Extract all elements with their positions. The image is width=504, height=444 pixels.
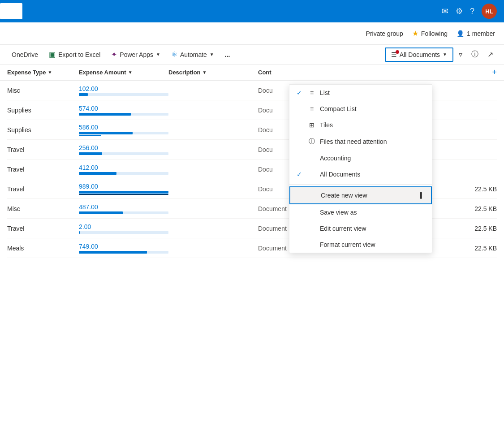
size-cell: 22.5 KB <box>474 225 497 232</box>
cont-header[interactable]: Cont <box>258 69 492 76</box>
create-new-view-label: Create new view <box>321 192 415 199</box>
following-item[interactable]: ★ Following <box>412 29 448 38</box>
size-cell: 22.5 KB <box>474 205 497 212</box>
description-header[interactable]: Description ▼ <box>168 69 258 76</box>
app-logo <box>0 3 22 19</box>
excel-icon: ▣ <box>49 50 56 59</box>
expense-amount-cell: 989.00 <box>79 183 168 195</box>
expense-type-cell: Misc <box>7 205 79 212</box>
all-docs-notification-dot <box>396 50 399 54</box>
dropdown-item-tiles[interactable]: ⊞ Tiles <box>289 117 432 133</box>
expand-icon: ↗ <box>487 50 493 59</box>
power-apps-button[interactable]: ✦ Power Apps ▼ <box>107 47 165 61</box>
automate-chevron-icon: ▼ <box>210 52 214 57</box>
members-item[interactable]: 👤 1 member <box>457 30 495 37</box>
save-view-as-label: Save view as <box>320 209 425 216</box>
expense-type-cell: Supplies <box>7 126 79 134</box>
dropdown-divider <box>289 184 432 185</box>
filter-icon: ▿ <box>459 50 462 59</box>
tiles-icon: ⊞ <box>308 121 315 129</box>
size-cell: 22.5 KB <box>474 185 497 193</box>
automate-icon: ⚛ <box>171 50 177 59</box>
add-column-button[interactable]: + <box>492 68 497 77</box>
expense-type-cell: Travel <box>7 146 79 153</box>
power-apps-label: Power Apps <box>120 51 153 58</box>
expense-amount-cell: 2.00 <box>79 223 168 234</box>
export-to-excel-button[interactable]: ▣ Export to Excel <box>44 47 105 61</box>
members-label: 1 member <box>467 30 495 37</box>
dropdown-item-list[interactable]: ✓ ≡ List <box>289 85 432 101</box>
expense-amount-cell: 412.00 <box>79 164 168 175</box>
expense-amount-cell: 749.00 <box>79 243 168 254</box>
expense-type-cell: Supplies <box>7 107 79 114</box>
dropdown-item-format-current-view[interactable]: Format current view <box>289 237 432 253</box>
filter-button[interactable]: ▿ <box>455 47 466 61</box>
info-icon: ⓘ <box>471 50 478 59</box>
compact-list-icon: ≡ <box>308 105 315 112</box>
onedrive-button[interactable]: OneDrive <box>7 48 43 61</box>
expense-amount-cell: 574.00 <box>79 105 168 116</box>
expense-type-cell: Travel <box>7 225 79 232</box>
person-icon: 👤 <box>457 30 464 37</box>
files-attention-label: Files that need attention <box>320 138 425 145</box>
expense-type-cell: Meals <box>7 245 79 252</box>
expense-amount-cell: 586.00 <box>79 124 168 136</box>
expense-type-cell: Travel <box>7 185 79 193</box>
all-documents-label: All Documents <box>320 171 425 178</box>
expense-type-cell: Travel <box>7 166 79 173</box>
sub-header: Private group ★ Following 👤 1 member <box>0 22 504 45</box>
expense-type-chevron: ▼ <box>47 70 52 75</box>
info-button[interactable]: ⓘ <box>468 47 482 62</box>
settings-icon[interactable]: ⚙ <box>456 6 463 16</box>
dropdown-item-compact-list[interactable]: ≡ Compact List <box>289 101 432 117</box>
automate-button[interactable]: ⚛ Automate ▼ <box>167 47 219 61</box>
list-icon: ≡ <box>308 89 315 96</box>
expand-button[interactable]: ↗ <box>484 47 497 61</box>
notification-icon[interactable]: ✉ <box>442 6 448 16</box>
powerapps-chevron-icon: ▼ <box>156 52 160 57</box>
check-icon: ✓ <box>297 171 304 178</box>
all-docs-chevron-icon: ▼ <box>443 52 447 57</box>
expense-type-cell: Misc <box>7 87 79 94</box>
help-icon[interactable]: ? <box>470 7 474 16</box>
following-label: Following <box>421 30 448 37</box>
dropdown-item-edit-current-view[interactable]: Edit current view <box>289 220 432 237</box>
all-documents-button[interactable]: ☰ All Documents ▼ <box>385 47 453 62</box>
more-button[interactable]: ... <box>220 48 235 61</box>
dropdown-item-create-new-view[interactable]: Create new view ▌ <box>289 186 432 204</box>
private-group-item: Private group <box>366 30 403 37</box>
star-icon: ★ <box>412 29 418 38</box>
description-chevron: ▼ <box>202 70 207 75</box>
expense-amount-cell: 102.00 <box>79 85 168 96</box>
expense-amount-cell: 256.00 <box>79 144 168 155</box>
private-group-label: Private group <box>366 30 403 37</box>
expense-amount-chevron: ▼ <box>128 70 133 75</box>
expense-amount-header[interactable]: Expense Amount ▼ <box>79 69 168 76</box>
dropdown-item-save-view-as[interactable]: Save view as <box>289 204 432 220</box>
expense-type-header[interactable]: Expense Type ▼ <box>7 69 79 76</box>
powerapps-icon: ✦ <box>111 50 117 59</box>
accounting-label: Accounting <box>320 155 425 162</box>
main-content: Expense Type ▼ Expense Amount ▼ Descript… <box>0 65 504 444</box>
automate-label: Automate <box>180 51 207 58</box>
column-headers: Expense Type ▼ Expense Amount ▼ Descript… <box>0 65 504 81</box>
tiles-label: Tiles <box>320 121 425 129</box>
view-dropdown-menu: ✓ ≡ List ≡ Compact List ⊞ Tiles ⓘ Files … <box>289 84 432 253</box>
list-label: List <box>320 89 425 96</box>
toolbar: OneDrive ▣ Export to Excel ✦ Power Apps … <box>0 45 504 65</box>
size-cell: 22.5 KB <box>474 245 497 252</box>
all-documents-label: All Documents <box>400 51 440 58</box>
dropdown-item-files-attention[interactable]: ⓘ Files that need attention <box>289 133 432 150</box>
dropdown-item-accounting[interactable]: Accounting <box>289 150 432 166</box>
dropdown-item-all-documents[interactable]: ✓ All Documents <box>289 166 432 182</box>
check-icon: ✓ <box>297 89 304 96</box>
compact-list-label: Compact List <box>320 105 425 112</box>
cursor-indicator: ▌ <box>420 192 424 198</box>
top-bar: ✉ ⚙ ? HL <box>0 0 504 22</box>
edit-current-view-label: Edit current view <box>320 225 425 232</box>
avatar[interactable]: HL <box>482 4 497 19</box>
format-current-view-label: Format current view <box>320 241 425 248</box>
expense-amount-cell: 487.00 <box>79 203 168 214</box>
export-excel-label: Export to Excel <box>58 51 100 58</box>
attention-icon: ⓘ <box>308 138 315 146</box>
